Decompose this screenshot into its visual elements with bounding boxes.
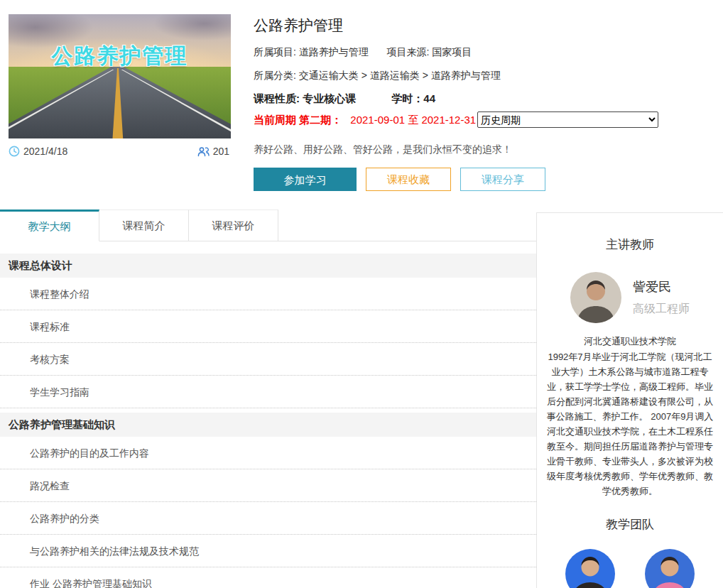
project-row: 所属项目: 道路养护与管理 项目来源: 国家项目 (254, 46, 658, 59)
cover-grass (9, 67, 231, 139)
cover-road (9, 67, 231, 139)
nature-row: 课程性质: 专业核心课 学时：44 (254, 92, 658, 106)
syllabus-item[interactable]: 与公路养护相关的法律法规及技术规范 (0, 535, 536, 567)
teacher-bio: 1992年7月毕业于河北工学院（现河北工业大学）土木系公路与城市道路工程专业，获… (537, 348, 723, 499)
sidebar: 主讲教师 訾爱民 高级工程师 河北交通职业技术学院 1992年7月毕业于河北工学… (536, 212, 723, 588)
page-title: 公路养护管理 (254, 14, 658, 36)
course-info: 公路养护管理 所属项目: 道路养护与管理 项目来源: 国家项目 所属分类: 交通… (254, 14, 658, 191)
teaching-team-list: 李薇 副教授 颜长平 副教授 (537, 549, 723, 588)
publish-date-text: 2021/4/18 (23, 146, 67, 157)
tab-syllabus[interactable]: 教学大纲 (0, 209, 99, 241)
teacher-title: 高级工程师 (633, 302, 690, 317)
main-teacher-card[interactable]: 訾爱民 高级工程师 (537, 272, 723, 323)
teaching-team-heading: 教学团队 (537, 516, 723, 533)
tab-bar: 教学大纲 课程简介 课程评价 (0, 209, 536, 241)
syllabus-item[interactable]: 课程整体介绍 (0, 278, 536, 310)
syllabus-item[interactable]: 课程标准 (0, 310, 536, 343)
nature-value: 专业核心课 (303, 92, 356, 104)
history-period-select[interactable]: 历史周期 (477, 111, 658, 128)
body-wrap: 教学大纲 课程简介 课程评价 课程总体设计 课程整体介绍 课程标准 考核方案 学… (0, 209, 723, 588)
teacher-school: 河北交通职业技术学院 (537, 335, 723, 348)
cover-road-centerline (9, 68, 231, 138)
syllabus-item[interactable]: 公路养护的分类 (0, 502, 536, 535)
cover-meta-row: 2021/4/18 201 (9, 138, 231, 157)
source-label: 项目来源: (387, 46, 430, 58)
teacher-name: 訾爱民 (633, 278, 690, 295)
hours-value: 44 (423, 92, 435, 104)
tab-course-evaluation[interactable]: 课程评价 (189, 209, 278, 241)
main-content: 教学大纲 课程简介 课程评价 课程总体设计 课程整体介绍 课程标准 考核方案 学… (0, 209, 536, 588)
syllabus-list: 课程总体设计 课程整体介绍 课程标准 考核方案 学生学习指南 公路养护管理基础知… (0, 241, 536, 588)
period-dates: 2021-09-01 至 2021-12-31 (350, 114, 476, 126)
team-member-avatar[interactable] (565, 549, 615, 588)
share-course-button[interactable]: 课程分享 (460, 168, 545, 191)
category-breadcrumb: 交通运输大类 > 道路运输类 > 道路养护与管理 (299, 70, 501, 81)
category-row: 所属分类: 交通运输大类 > 道路运输类 > 道路养护与管理 (254, 70, 658, 82)
team-member[interactable]: 颜长平 副教授 (645, 549, 695, 588)
participants-icon (197, 146, 210, 157)
course-page: 公路养护管理 2021/4/18 201 公路养护管理 (0, 0, 723, 588)
clock-icon (9, 146, 20, 157)
participant-count: 201 (197, 146, 229, 157)
period-row: 当前周期 第二期： 2021-09-01 至 2021-12-31 历史周期 (254, 114, 658, 131)
syllabus-item[interactable]: 考核方案 (0, 343, 536, 376)
category-label: 所属分类: (254, 70, 296, 81)
favorite-course-button[interactable]: 课程收藏 (366, 168, 451, 191)
syllabus-item[interactable]: 路况检查 (0, 469, 536, 502)
syllabus-item[interactable]: 作业 公路养护管理基础知识 (0, 567, 536, 588)
teacher-avatar[interactable] (570, 272, 621, 323)
team-member-avatar[interactable] (645, 549, 695, 588)
main-teacher-heading: 主讲教师 (537, 213, 723, 253)
course-slogan: 养好公路、用好公路、管好公路，是我们永恒不变的追求！ (254, 143, 658, 156)
period-label: 当前周期 第二期： (254, 114, 342, 126)
teacher-name-block: 訾爱民 高级工程师 (633, 278, 690, 317)
join-study-button[interactable]: 参加学习 (254, 168, 357, 191)
syllabus-section-header[interactable]: 课程总体设计 (0, 254, 536, 278)
publish-date: 2021/4/18 (9, 146, 67, 157)
course-cover-image: 公路养护管理 (9, 14, 231, 138)
source-value: 国家项目 (432, 46, 472, 58)
cover-title-text: 公路养护管理 (9, 42, 231, 71)
hours-label: 学时： (391, 92, 423, 104)
team-member[interactable]: 李薇 副教授 (565, 549, 615, 588)
cover-column: 公路养护管理 2021/4/18 201 (9, 14, 231, 191)
syllabus-section-header[interactable]: 公路养护管理基础知识 (0, 413, 536, 437)
project-label: 所属项目: (254, 46, 296, 58)
syllabus-item[interactable]: 学生学习指南 (0, 376, 536, 408)
syllabus-item[interactable]: 公路养护的目的及工作内容 (0, 437, 536, 469)
nature-label: 课程性质: (254, 92, 300, 104)
tab-course-intro[interactable]: 课程简介 (99, 209, 189, 241)
project-value: 道路养护与管理 (299, 46, 369, 58)
tab-filler (278, 209, 536, 241)
course-header: 公路养护管理 2021/4/18 201 公路养护管理 (0, 0, 723, 191)
participant-count-text: 201 (213, 146, 229, 157)
action-buttons: 参加学习 课程收藏 课程分享 (254, 168, 658, 191)
